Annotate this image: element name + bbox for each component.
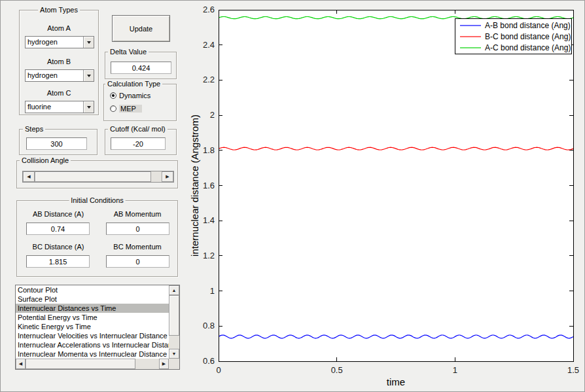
- calculation-type-title: Calculation Type: [105, 80, 162, 88]
- radio-dynamics[interactable]: Dynamics: [110, 92, 151, 99]
- horizontal-scroll-thumb[interactable]: [26, 359, 135, 369]
- radio-dynamics-label: Dynamics: [119, 92, 151, 99]
- plot-type-list: Contour PlotSurface PlotInternuclear Dis…: [16, 285, 169, 359]
- atom-types-title: Atom Types: [38, 6, 80, 14]
- plot-type-listbox[interactable]: Contour PlotSurface PlotInternuclear Dis…: [15, 285, 180, 370]
- ab-momentum-input[interactable]: [106, 223, 169, 235]
- x-tick-label: 0.5: [331, 365, 343, 375]
- radio-mep[interactable]: MEP: [110, 105, 142, 113]
- cutoff-title: Cutoff (Kcal/ mol): [108, 125, 168, 134]
- ab-momentum-label: AB Momentum: [101, 210, 174, 218]
- chevron-down-icon: [87, 75, 91, 77]
- list-item[interactable]: Kinetic Energy vs Time: [16, 322, 169, 331]
- calculation-type-group: Calculation Type Dynamics MEP: [103, 84, 177, 121]
- y-tick-label: 2.2: [203, 75, 215, 84]
- scroll-right-arrow-icon[interactable]: ▶: [159, 359, 169, 369]
- scrollbar-corner: [169, 359, 179, 369]
- atom-c-dropdown-button[interactable]: [83, 101, 94, 113]
- steps-group: Steps: [19, 129, 98, 155]
- scroll-up-arrow-icon[interactable]: ▲: [169, 285, 179, 295]
- y-axis-label: internuclear distance (Angstrom): [190, 115, 200, 257]
- listbox-horizontal-scrollbar[interactable]: ◀ ▶: [16, 359, 169, 369]
- steps-input[interactable]: [26, 137, 87, 150]
- initial-conditions-title: Initial Conditions: [69, 196, 126, 205]
- atom-c-value: fluorine: [26, 101, 83, 113]
- y-tick-label: 0.6: [203, 356, 215, 366]
- x-axis-label: time: [387, 376, 405, 387]
- atom-b-label: Atom B: [20, 58, 98, 65]
- bc-momentum-input[interactable]: [106, 255, 169, 268]
- collision-angle-title: Collision Angle: [20, 156, 71, 165]
- list-item[interactable]: Potential Energy vs Time: [16, 313, 169, 322]
- bc-distance-input[interactable]: [26, 255, 90, 268]
- x-tick-label: 1.5: [567, 365, 579, 375]
- y-tick-label: 2: [210, 110, 215, 120]
- horizontal-scroll-track[interactable]: [135, 359, 159, 369]
- ab-distance-input[interactable]: [26, 223, 90, 235]
- collision-angle-slider[interactable]: ◀ ▶: [22, 171, 174, 183]
- list-item[interactable]: Surface Plot: [16, 294, 169, 304]
- plot-background: [219, 10, 573, 361]
- y-tick-label: 2.4: [203, 40, 215, 50]
- y-tick-label: 1.4: [203, 215, 215, 225]
- bc-distance-label: BC Distance (A): [20, 243, 97, 251]
- update-button[interactable]: Update: [112, 15, 170, 42]
- atom-types-group: Atom Types Atom A hydrogen Atom B hydrog…: [19, 10, 99, 115]
- collision-angle-group: Collision Angle ◀ ▶: [16, 160, 178, 188]
- x-tick-label: 1: [453, 365, 457, 375]
- atom-a-value: hydrogen: [26, 37, 83, 48]
- x-tick-label: 0: [216, 365, 221, 375]
- legend-label: A-B bond distance (Ang): [485, 21, 571, 30]
- radio-unselected-icon: [110, 105, 116, 112]
- slider-thumb[interactable]: [35, 171, 151, 182]
- cutoff-input[interactable]: [111, 137, 166, 150]
- y-tick-label: 1: [210, 286, 215, 296]
- delta-value-group: Delta Value: [105, 52, 177, 79]
- listbox-vertical-scrollbar[interactable]: ▲ ▼: [169, 285, 179, 359]
- delta-value-title: Delta Value: [108, 48, 149, 56]
- list-item[interactable]: Contour Plot: [16, 285, 169, 294]
- slider-right-arrow-icon[interactable]: ▶: [162, 171, 173, 182]
- slider-track[interactable]: [151, 171, 162, 182]
- scroll-left-arrow-icon[interactable]: ◀: [16, 359, 26, 369]
- chart-panel: 00.511.50.60.811.21.41.61.822.22.42.6tim…: [190, 1, 585, 392]
- atom-b-dropdown-button[interactable]: [83, 70, 94, 81]
- delta-value-input[interactable]: [111, 62, 171, 74]
- y-tick-label: 1.6: [203, 181, 215, 190]
- internuclear-distance-chart: 00.511.50.60.811.21.41.61.822.22.42.6tim…: [190, 1, 585, 392]
- y-tick-label: 1.8: [203, 145, 215, 155]
- atom-c-dropdown[interactable]: fluorine: [25, 101, 94, 113]
- simulation-window: Atom Types Atom A hydrogen Atom B hydrog…: [0, 0, 585, 392]
- legend-label: B-C bond distance (Ang): [485, 32, 571, 41]
- chevron-down-icon: [87, 106, 91, 109]
- ab-distance-label: AB Distance (A): [20, 210, 97, 218]
- atom-a-dropdown-button[interactable]: [83, 37, 94, 48]
- vertical-scroll-track[interactable]: [169, 336, 179, 349]
- radio-mep-label: MEP: [119, 105, 142, 113]
- y-tick-label: 2.6: [203, 5, 215, 14]
- atom-a-dropdown[interactable]: hydrogen: [25, 36, 94, 48]
- radio-selected-icon: [110, 92, 116, 99]
- atom-c-label: Atom C: [20, 89, 98, 97]
- atom-b-value: hydrogen: [26, 70, 83, 81]
- steps-title: Steps: [23, 125, 45, 134]
- slider-left-arrow-icon[interactable]: ◀: [23, 171, 35, 182]
- vertical-scroll-thumb[interactable]: [169, 295, 179, 336]
- y-tick-label: 1.2: [203, 251, 215, 260]
- list-item[interactable]: Internuclear Velocities vs Internuclear …: [16, 331, 169, 340]
- list-item[interactable]: Internuclear Distances vs Time: [16, 304, 169, 313]
- bc-momentum-label: BC Momentum: [101, 243, 174, 251]
- atom-b-dropdown[interactable]: hydrogen: [25, 69, 94, 82]
- legend-label: A-C bond distance (Ang): [485, 43, 571, 52]
- scroll-down-arrow-icon[interactable]: ▼: [169, 349, 179, 359]
- atom-a-label: Atom A: [20, 24, 98, 32]
- cutoff-group: Cutoff (Kcal/ mol): [105, 129, 177, 155]
- list-item[interactable]: Internuclear Accelerations vs Internucle…: [16, 340, 169, 349]
- list-item[interactable]: Internuclear Momenta vs Internuclear Dis…: [16, 349, 169, 359]
- initial-conditions-group: Initial Conditions AB Distance (A) AB Mo…: [16, 200, 178, 277]
- y-tick-label: 0.8: [203, 321, 215, 330]
- chevron-down-icon: [87, 41, 91, 44]
